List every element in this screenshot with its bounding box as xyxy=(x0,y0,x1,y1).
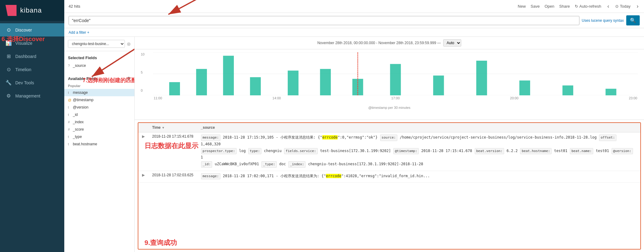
management-icon: ⚙ xyxy=(6,93,12,99)
x-label-23: 23:00 xyxy=(629,96,637,100)
field-name-index: _index xyxy=(73,120,84,124)
sidebar-item-dashboard[interactable]: ⊞ Dashboard xyxy=(0,50,64,63)
field-item-type[interactable]: t _type xyxy=(64,133,134,140)
sort-time-icon: ▼ xyxy=(162,126,165,129)
field-name-version: @version xyxy=(73,105,88,109)
today-label: Today xyxy=(620,4,631,9)
col-source: _source xyxy=(197,123,640,132)
time-cell-2: 2018-11-28 17:02:03.625 xyxy=(148,171,197,183)
sidebar-item-devtools[interactable]: 🔧 Dev Tools xyxy=(0,76,64,89)
svg-rect-18 xyxy=(563,86,573,95)
svg-rect-14 xyxy=(390,64,401,95)
logo-icon xyxy=(6,5,17,16)
col-time-label: Time xyxy=(152,125,161,130)
field-item-id[interactable]: t _id xyxy=(64,111,134,118)
next-arrow[interactable]: › xyxy=(635,3,640,10)
expand-row-2[interactable]: ▶ xyxy=(142,173,145,177)
col-source-label: _source xyxy=(201,125,215,130)
close-index-button[interactable]: ⊗ xyxy=(127,41,131,47)
field-name-message: message xyxy=(73,90,88,95)
sidebar-item-timelion[interactable]: ⊙ Timelion xyxy=(0,63,64,76)
field-type-source: ? xyxy=(68,64,71,67)
svg-rect-17 xyxy=(519,81,530,95)
field-name-id: _id xyxy=(73,113,78,117)
clock-icon: ⊙ xyxy=(615,4,619,9)
svg-rect-16 xyxy=(476,61,487,95)
field-type-version: t xyxy=(68,105,71,109)
field-item-timestamp[interactable]: @ @timestamp xyxy=(64,96,134,104)
svg-rect-19 xyxy=(605,89,616,95)
sidebar-item-label-management: Management xyxy=(15,94,40,98)
field-type-beathostname: t xyxy=(68,142,71,146)
table-row: ▶ 2018-11-28 17:15:41.678 message: 2018-… xyxy=(138,132,640,171)
field-name-score: _score xyxy=(73,127,84,132)
logo-area: kibana xyxy=(0,0,64,21)
results-table: Time ▼ _source ▶ 2018-11-28 17:15:41.678 xyxy=(138,123,640,183)
field-item-index[interactable]: # _index xyxy=(64,118,134,126)
new-button[interactable]: New xyxy=(518,4,526,9)
auto-select[interactable]: Auto xyxy=(443,39,461,47)
popular-label: Popular xyxy=(64,83,134,89)
chart-x-title: @timestamp per 30 minutes xyxy=(141,106,638,109)
add-filter-button[interactable]: Add a filter + xyxy=(69,30,89,35)
selected-fields-section: Selected Fields ? _source xyxy=(64,51,134,72)
field-item-version[interactable]: t @version xyxy=(64,104,134,111)
field-item-source[interactable]: ? _source xyxy=(64,62,134,69)
field-sidebar: chengniu-test-busine... ⊗ 7.选择刚刚创建的匹配索引 … xyxy=(64,37,135,252)
devtools-icon: 🔧 xyxy=(6,80,12,86)
field-item-message[interactable]: t message xyxy=(64,89,134,96)
svg-rect-10 xyxy=(250,77,261,95)
x-axis: 11:00 14:00 17:00 20:00 23:00 xyxy=(153,96,638,100)
top-bar: 42 hits New Save Open Share ↻ Auto-refre… xyxy=(64,0,644,13)
x-label-17: 17:00 xyxy=(391,96,400,100)
source-cell-1: message: 2018-11-28 17:15:39,105 - 小程序发送… xyxy=(197,132,640,171)
open-button[interactable]: Open xyxy=(545,4,554,9)
chart-container: 0 5 10 xyxy=(135,49,644,120)
time-cell-1: 2018-11-28 17:15:41.678 xyxy=(148,132,197,171)
x-label-20: 20:00 xyxy=(510,96,519,100)
table-row: ▶ 2018-11-28 17:02:03.625 message: 2018-… xyxy=(138,171,640,183)
dashboard-icon: ⊞ xyxy=(6,53,12,59)
chart-area: 0 5 10 xyxy=(141,52,638,105)
svg-rect-7 xyxy=(169,82,180,95)
col-expand xyxy=(138,123,148,132)
sidebar-item-discover[interactable]: ⊙ Discover 6.选择Discover xyxy=(0,23,64,36)
y-label-5: 5 xyxy=(141,71,144,74)
sidebar-item-management[interactable]: ⚙ Management xyxy=(0,89,64,102)
field-item-beathostname[interactable]: t beat.hostname xyxy=(64,140,134,148)
col-time[interactable]: Time ▼ xyxy=(148,123,197,132)
main-content: 42 hits New Save Open Share ↻ Auto-refre… xyxy=(64,0,644,252)
sidebar-item-visualize[interactable]: 📊 Visualize xyxy=(0,36,64,50)
svg-rect-9 xyxy=(223,56,234,95)
field-item-score[interactable]: # _score xyxy=(64,126,134,133)
index-select[interactable]: chengniu-test-busine... xyxy=(68,40,125,48)
search-button[interactable]: 🔍 xyxy=(626,15,640,25)
search-input[interactable] xyxy=(69,16,579,25)
top-actions: New Save Open Share ↻ Auto-refresh ‹ ⊙ T… xyxy=(518,3,640,10)
annotation-9: 9.查询成功 xyxy=(144,238,177,247)
svg-rect-15 xyxy=(433,75,444,95)
field-name-source: _source xyxy=(73,63,86,68)
svg-rect-11 xyxy=(288,71,298,95)
index-selector: chengniu-test-busine... ⊗ 7.选择刚刚创建的匹配索引 xyxy=(64,37,134,51)
field-type-score: # xyxy=(68,128,71,131)
timelion-icon: ⊙ xyxy=(6,67,12,72)
filter-bar: Add a filter + xyxy=(64,28,644,37)
y-axis: 0 5 10 xyxy=(141,52,144,92)
y-label-0: 0 xyxy=(141,89,144,92)
sidebar-nav: ⊙ Discover 6.选择Discover 📊 Visualize ⊞ Da… xyxy=(0,21,64,252)
selected-fields-header: Selected Fields xyxy=(64,54,134,62)
chart-svg xyxy=(153,52,638,95)
prev-arrow[interactable]: ‹ xyxy=(606,3,610,10)
save-button[interactable]: Save xyxy=(531,4,540,9)
today-button[interactable]: ⊙ Today xyxy=(615,4,631,9)
time-range-bar: November 28th 2018, 00:00:00.000 - Novem… xyxy=(135,37,644,49)
share-button[interactable]: Share xyxy=(559,4,570,9)
auto-refresh-button[interactable]: ↻ Auto-refresh xyxy=(575,4,601,9)
body-layout: chengniu-test-busine... ⊗ 7.选择刚刚创建的匹配索引 … xyxy=(64,37,644,252)
fields-gear-icon[interactable]: ⚙ xyxy=(127,76,131,81)
sidebar-item-label-dashboard: Dashboard xyxy=(15,54,36,59)
lucene-hint: Uses lucene query syntax xyxy=(582,18,624,23)
expand-row-1[interactable]: ▶ xyxy=(142,134,145,139)
field-type-type: t xyxy=(68,135,71,139)
